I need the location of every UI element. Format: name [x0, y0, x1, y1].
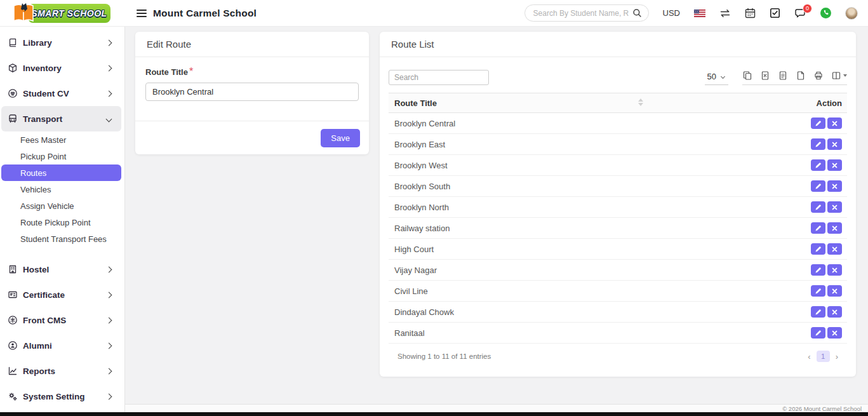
page-title: Mount Carmel School: [153, 8, 257, 19]
whatsapp-icon[interactable]: [820, 8, 831, 18]
sidebar-item-label: Library: [23, 38, 107, 48]
print-icon[interactable]: [813, 70, 824, 81]
excel-icon[interactable]: [760, 70, 770, 81]
table-row: Dindayal Chowk: [389, 302, 847, 323]
edit-route-button[interactable]: [811, 306, 825, 318]
sidebar-item-front-cms[interactable]: Front CMS: [1, 307, 121, 333]
language-flag-icon[interactable]: [694, 10, 705, 17]
table-row: Vijay Nagar: [389, 260, 847, 281]
chevron-right-icon: [106, 393, 112, 399]
route-title-cell: Vijay Nagar: [389, 265, 437, 275]
caret-down-icon: [843, 74, 847, 77]
delete-route-button[interactable]: [827, 243, 842, 255]
sidebar-subitem-route-pickup-point[interactable]: Route Pickup Point: [1, 214, 121, 231]
sidebar-item-student-cv[interactable]: Student CV: [1, 81, 121, 106]
delete-route-button[interactable]: [827, 117, 842, 129]
route-title-cell: Brooklyn East: [389, 140, 445, 149]
alumni-icon: [8, 340, 18, 351]
sidebar-item-inventory[interactable]: Inventory: [1, 55, 121, 81]
sidebar-item-alumni[interactable]: Alumni: [1, 333, 121, 358]
message-count-badge: 0: [803, 4, 812, 13]
copy-icon[interactable]: [742, 70, 752, 81]
edit-route-button[interactable]: [811, 222, 825, 234]
table-row: High Court: [389, 239, 847, 260]
edit-route-button[interactable]: [811, 117, 825, 129]
sidebar-item-label: System Setting: [23, 392, 107, 401]
chevron-right-icon: [106, 317, 112, 323]
pdf-icon[interactable]: [796, 70, 806, 81]
global-search-input[interactable]: [533, 9, 629, 18]
entries-summary: Showing 1 to 11 of 11 entries: [397, 352, 491, 360]
table-row: Civil Line: [389, 281, 847, 302]
search-icon[interactable]: [632, 8, 642, 18]
sidebar-subitem-pickup-point[interactable]: Pickup Point: [1, 148, 121, 164]
sidebar-subitem-routes[interactable]: Routes: [1, 164, 121, 181]
delete-route-button[interactable]: [827, 180, 842, 192]
todo-check-icon[interactable]: [770, 8, 780, 18]
delete-route-button[interactable]: [827, 285, 842, 297]
pagination-page-1[interactable]: 1: [817, 351, 830, 362]
certificate-icon: [8, 290, 18, 300]
page-size-select[interactable]: 50: [705, 70, 728, 85]
currency-selector[interactable]: USD: [663, 8, 680, 18]
edit-route-button[interactable]: [811, 138, 825, 150]
delete-route-button[interactable]: [827, 201, 842, 213]
chevron-right-icon: [106, 266, 112, 272]
table-toolbar: [742, 70, 847, 85]
sidebar-subitem-student-transport-fees[interactable]: Student Transport Fees: [1, 231, 121, 247]
table-header-row[interactable]: Route Title Action: [389, 93, 847, 113]
sidebar-item-reports[interactable]: Reports: [1, 358, 121, 384]
sidebar-item-label: Transport: [23, 114, 107, 124]
sidebar-item-label: Student CV: [23, 89, 107, 98]
edit-route-button[interactable]: [811, 180, 825, 192]
calendar-icon[interactable]: [745, 8, 756, 18]
edit-route-button[interactable]: [811, 243, 825, 255]
hamburger-menu-icon[interactable]: [137, 8, 147, 19]
columns-icon[interactable]: [831, 70, 847, 81]
chevron-right-icon: [106, 368, 112, 374]
delete-route-button[interactable]: [827, 264, 842, 276]
sidebar-item-system-setting[interactable]: System Setting: [1, 384, 121, 409]
delete-route-button[interactable]: [827, 159, 842, 171]
messages-icon[interactable]: 0: [794, 8, 806, 18]
delete-route-button[interactable]: [827, 222, 842, 234]
edit-route-button[interactable]: [811, 201, 825, 213]
delete-route-button[interactable]: [827, 138, 842, 150]
page-size-value: 50: [707, 72, 716, 81]
sidebar-item-label: Reports: [23, 366, 107, 376]
pagination-prev[interactable]: ‹: [808, 352, 810, 361]
sidebar-subitem-assign-vehicle[interactable]: Assign Vehicle: [1, 198, 121, 214]
table-row: Brooklyn North: [389, 197, 847, 218]
sidebar: Library Inventory Student CV Transport F…: [0, 27, 125, 412]
global-search: [524, 4, 649, 22]
logo-pill: SMART SCHOOL: [28, 4, 110, 23]
table-row: Brooklyn South: [389, 176, 847, 197]
csv-icon[interactable]: [778, 70, 788, 81]
copyright-text: © 2026 Mount Carmel School: [782, 405, 862, 412]
gears-icon: [8, 391, 18, 401]
save-button[interactable]: Save: [321, 129, 360, 147]
delete-route-button[interactable]: [827, 306, 842, 318]
route-title-input[interactable]: [145, 83, 359, 101]
route-title-cell: Ranitaal: [389, 328, 425, 338]
pagination-next[interactable]: ›: [836, 352, 838, 361]
sidebar-item-certificate[interactable]: Certificate: [1, 282, 121, 307]
edit-route-button[interactable]: [811, 327, 825, 339]
sidebar-item-transport[interactable]: Transport: [1, 106, 121, 131]
user-avatar[interactable]: [845, 7, 858, 20]
edit-route-button[interactable]: [811, 285, 825, 297]
delete-route-button[interactable]: [827, 327, 842, 339]
transfer-arrows-icon[interactable]: [719, 9, 731, 18]
sidebar-item-library[interactable]: Library: [1, 30, 121, 55]
sidebar-subitem-vehicles[interactable]: Vehicles: [1, 181, 121, 198]
route-title-cell: Dindayal Chowk: [389, 307, 454, 317]
column-header-route-title: Route Title: [389, 98, 437, 108]
sidebar-subitem-fees-master[interactable]: Fees Master: [1, 131, 121, 148]
sidebar-item-hostel[interactable]: Hostel: [1, 257, 121, 282]
app-logo[interactable]: SMART SCHOOL: [0, 0, 125, 27]
edit-route-button[interactable]: [811, 264, 825, 276]
edit-route-button[interactable]: [811, 159, 825, 171]
top-header: SMART SCHOOL Mount Carmel School USD: [0, 0, 868, 27]
table-row: Railway station: [389, 218, 847, 239]
table-search-input[interactable]: [389, 70, 489, 85]
